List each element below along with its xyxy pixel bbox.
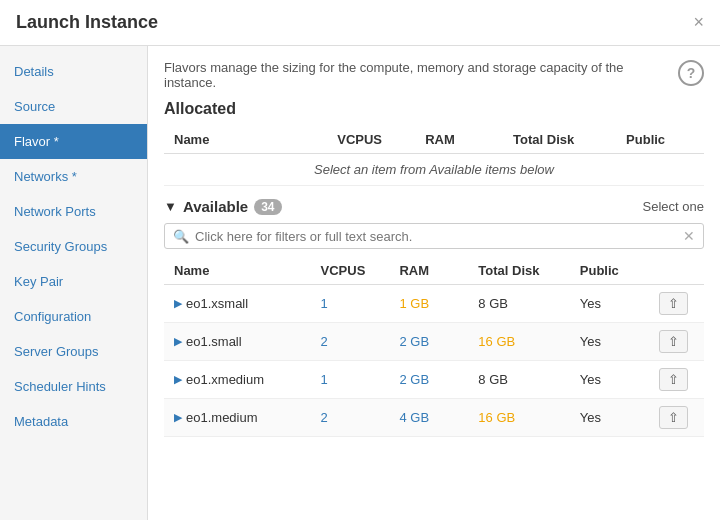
allocated-col-name: Name <box>164 126 327 154</box>
allocated-col-public: Public <box>616 126 704 154</box>
flavor-ram: 4 GB <box>389 399 468 437</box>
row-expand-icon[interactable]: ▶ <box>174 411 182 424</box>
allocated-table: Name VCPUS RAM Total Disk Public Select … <box>164 126 704 186</box>
available-count-badge: 34 <box>254 199 281 215</box>
flavor-action: ⇧ <box>649 399 704 437</box>
flavor-vcpus: 2 <box>311 323 390 361</box>
allocate-button[interactable]: ⇧ <box>659 406 688 429</box>
select-one-label: Select one <box>643 199 704 214</box>
flavor-name: ▶ eo1.xsmall <box>164 285 311 323</box>
flavor-public: Yes <box>570 399 649 437</box>
sidebar-item-details[interactable]: Details <box>0 54 147 89</box>
available-label: Available <box>183 198 248 215</box>
chevron-down-icon[interactable]: ▼ <box>164 199 177 214</box>
flavor-disk: 16 GB <box>468 323 569 361</box>
avail-col-ram: RAM <box>389 257 468 285</box>
modal-body: DetailsSourceFlavor *Networks *Network P… <box>0 46 720 520</box>
avail-col-name: Name <box>164 257 311 285</box>
table-row: ▶ eo1.medium 2 4 GB 16 GB Yes ⇧ <box>164 399 704 437</box>
allocate-button[interactable]: ⇧ <box>659 330 688 353</box>
table-row: ▶ eo1.small 2 2 GB 16 GB Yes ⇧ <box>164 323 704 361</box>
allocated-title: Allocated <box>164 100 704 118</box>
flavor-disk: 16 GB <box>468 399 569 437</box>
allocated-empty-row: Select an item from Available items belo… <box>164 154 704 186</box>
modal-title: Launch Instance <box>16 12 158 33</box>
flavor-ram: 1 GB <box>389 285 468 323</box>
flavor-ram: 2 GB <box>389 361 468 399</box>
table-row: ▶ eo1.xsmall 1 1 GB 8 GB Yes ⇧ <box>164 285 704 323</box>
allocate-button[interactable]: ⇧ <box>659 368 688 391</box>
flavor-disk: 8 GB <box>468 361 569 399</box>
help-icon[interactable]: ? <box>678 60 704 86</box>
flavor-disk: 8 GB <box>468 285 569 323</box>
modal-header: Launch Instance × <box>0 0 720 46</box>
allocated-col-vcpus: VCPUS <box>327 126 415 154</box>
flavor-name: ▶ eo1.small <box>164 323 311 361</box>
flavor-vcpus: 1 <box>311 361 390 399</box>
allocated-empty-message: Select an item from Available items belo… <box>164 154 704 186</box>
flavor-public: Yes <box>570 323 649 361</box>
flavor-public: Yes <box>570 285 649 323</box>
flavor-name: ▶ eo1.medium <box>164 399 311 437</box>
search-icon: 🔍 <box>173 229 189 244</box>
sidebar-item-networks--[interactable]: Networks * <box>0 159 147 194</box>
flavor-action: ⇧ <box>649 323 704 361</box>
allocated-table-header: Name VCPUS RAM Total Disk Public <box>164 126 704 154</box>
sidebar-item-metadata[interactable]: Metadata <box>0 404 147 439</box>
close-button[interactable]: × <box>693 12 704 33</box>
available-header: ▼ Available 34 Select one <box>164 198 704 215</box>
allocate-button[interactable]: ⇧ <box>659 292 688 315</box>
avail-col-vcpus: VCPUS <box>311 257 390 285</box>
allocated-col-ram: RAM <box>415 126 503 154</box>
search-bar: 🔍 ✕ <box>164 223 704 249</box>
avail-col-action <box>649 257 704 285</box>
search-input[interactable] <box>195 229 683 244</box>
allocated-col-disk: Total Disk <box>503 126 616 154</box>
sidebar: DetailsSourceFlavor *Networks *Network P… <box>0 46 148 520</box>
sidebar-item-key-pair[interactable]: Key Pair <box>0 264 147 299</box>
avail-col-disk: Total Disk <box>468 257 569 285</box>
sidebar-item-flavor--[interactable]: Flavor * <box>0 124 147 159</box>
sidebar-item-network-ports[interactable]: Network Ports <box>0 194 147 229</box>
available-table: Name VCPUS RAM Total Disk Public ▶ eo1.x… <box>164 257 704 437</box>
sidebar-item-scheduler-hints[interactable]: Scheduler Hints <box>0 369 147 404</box>
row-expand-icon[interactable]: ▶ <box>174 335 182 348</box>
flavor-vcpus: 2 <box>311 399 390 437</box>
help-row: Flavors manage the sizing for the comput… <box>164 60 704 90</box>
sidebar-item-source[interactable]: Source <box>0 89 147 124</box>
flavor-public: Yes <box>570 361 649 399</box>
available-table-header: Name VCPUS RAM Total Disk Public <box>164 257 704 285</box>
flavor-action: ⇧ <box>649 285 704 323</box>
flavor-vcpus: 1 <box>311 285 390 323</box>
available-title: ▼ Available 34 <box>164 198 282 215</box>
avail-col-public: Public <box>570 257 649 285</box>
content-area: Flavors manage the sizing for the comput… <box>148 46 720 520</box>
flavor-action: ⇧ <box>649 361 704 399</box>
search-clear-icon[interactable]: ✕ <box>683 228 695 244</box>
help-text: Flavors manage the sizing for the comput… <box>164 60 644 90</box>
sidebar-item-configuration[interactable]: Configuration <box>0 299 147 334</box>
sidebar-item-server-groups[interactable]: Server Groups <box>0 334 147 369</box>
flavor-name: ▶ eo1.xmedium <box>164 361 311 399</box>
flavor-ram: 2 GB <box>389 323 468 361</box>
sidebar-item-security-groups[interactable]: Security Groups <box>0 229 147 264</box>
row-expand-icon[interactable]: ▶ <box>174 373 182 386</box>
table-row: ▶ eo1.xmedium 1 2 GB 8 GB Yes ⇧ <box>164 361 704 399</box>
row-expand-icon[interactable]: ▶ <box>174 297 182 310</box>
